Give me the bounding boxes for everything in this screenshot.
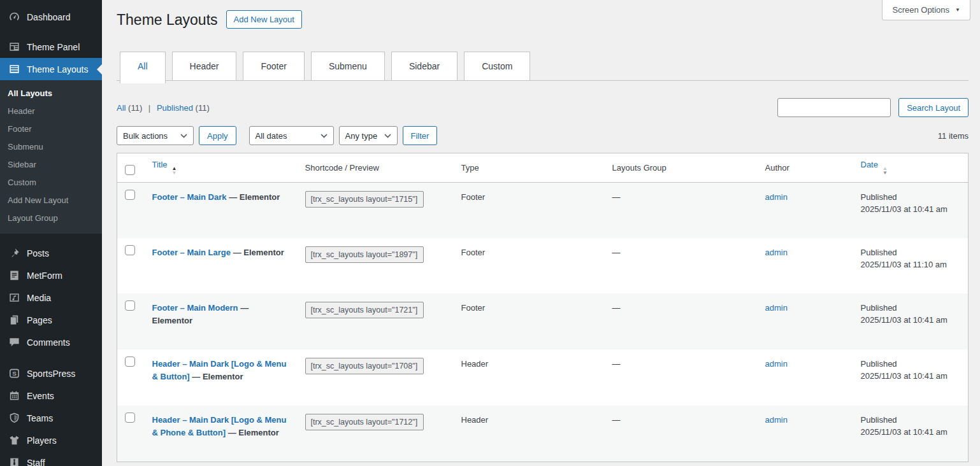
search-box: Search Layout	[777, 98, 969, 117]
sidebar-item-label: Staff	[27, 457, 45, 466]
author-link[interactable]: admin	[765, 415, 788, 425]
row-title-cell: Footer – Main Modern — Elementor	[152, 302, 289, 327]
filter-button[interactable]: Filter	[403, 126, 438, 145]
sidebar-submenu-item[interactable]: Add New Layout	[0, 192, 102, 209]
sidebar-item-label: Theme Layouts	[27, 64, 89, 75]
chevron-down-icon: ▼	[955, 8, 960, 13]
row-checkbox[interactable]	[125, 300, 135, 311]
row-layouts-group: —	[606, 406, 759, 462]
sidebar-item[interactable]: Players	[0, 429, 102, 451]
shortcode-input[interactable]	[305, 414, 424, 430]
sort-by-title-link[interactable]: Title	[152, 160, 168, 169]
row-date: 2025/11/03 at 10:41 am	[861, 203, 962, 215]
row-layouts-group: —	[606, 183, 759, 239]
sidebar-item[interactable]: Comments	[0, 331, 102, 353]
sidebar-submenu-item[interactable]: All Layouts	[0, 85, 102, 102]
row-checkbox[interactable]	[125, 245, 135, 255]
page-title: Theme Layouts	[117, 10, 218, 29]
sidebar-submenu-item[interactable]: Header	[0, 102, 102, 120]
tab[interactable]: All	[120, 52, 166, 83]
author-link[interactable]: admin	[765, 248, 788, 257]
sidebar-submenu-item[interactable]: Layout Group	[0, 209, 102, 227]
row-type: Footer	[455, 183, 606, 239]
sidebar-item-label: Posts	[27, 248, 49, 259]
row-date: 2025/11/03 at 11:10 am	[861, 258, 962, 271]
row-checkbox[interactable]	[125, 190, 135, 200]
layout-title-link[interactable]: Footer – Main Modern	[152, 303, 238, 313]
sidebar-item[interactable]: Media	[0, 286, 102, 309]
view-published-link[interactable]: Published	[157, 103, 193, 113]
sidebar-item[interactable]: Dashboard	[0, 6, 102, 28]
post-state: — Elementor	[192, 372, 243, 381]
tab[interactable]: Footer	[243, 52, 304, 80]
view-separator: |	[148, 103, 150, 113]
sort-by-date-link[interactable]: Date	[861, 160, 878, 169]
sidebar-item[interactable]: Teams	[0, 407, 102, 429]
tab-label: All	[138, 61, 148, 71]
tab[interactable]: Custom	[464, 52, 530, 80]
sidebar-item[interactable]: Events	[0, 385, 102, 407]
search-layout-button[interactable]: Search Layout	[898, 98, 969, 117]
staff-icon	[8, 456, 20, 466]
sidebar-item[interactable]: MetForm	[0, 264, 102, 286]
view-filters: All (11) | Published (11)	[117, 103, 210, 113]
row-checkbox[interactable]	[125, 357, 135, 367]
table-row: Header – Main Dark [Logo & Menu & Phone …	[117, 406, 969, 462]
sidebar-submenu-item[interactable]: Sidebar	[0, 156, 102, 174]
shortcode-input[interactable]	[305, 191, 424, 208]
view-all-link[interactable]: All	[117, 103, 126, 113]
post-state: — Elementor	[233, 248, 284, 257]
sidebar-item[interactable]: Posts	[0, 242, 102, 264]
sidebar-submenu-item[interactable]: Custom	[0, 174, 102, 192]
shortcode-input[interactable]	[305, 246, 424, 263]
sidebar-item-label: Teams	[27, 413, 53, 424]
layout-title-link[interactable]: Footer – Main Large	[152, 248, 231, 257]
tab-label: Custom	[482, 61, 512, 71]
sidebar-item-label: MetForm	[27, 270, 62, 281]
sidebar-item[interactable]: Pages	[0, 309, 102, 331]
screen-options-button[interactable]: Screen Options ▼	[882, 0, 970, 20]
theme-panel-icon	[8, 41, 20, 53]
search-input[interactable]	[777, 98, 891, 117]
sidebar-submenu-label: Layout Group	[8, 213, 58, 223]
shortcode-input[interactable]	[305, 302, 424, 318]
dates-filter-select[interactable]: All dates	[249, 126, 334, 145]
tab[interactable]: Sidebar	[391, 52, 458, 80]
column-header-author: Author	[759, 153, 854, 183]
sidebar-item[interactable]: Theme Panel	[0, 36, 102, 58]
sidebar-main-menu: Dashboard Theme Panel Theme Layouts	[0, 0, 102, 80]
layout-title-link[interactable]: Footer – Main Dark	[152, 192, 227, 202]
sidebar-submenu-label: Sidebar	[8, 160, 36, 169]
bulk-actions-select[interactable]: Bulk actions	[117, 126, 194, 145]
sidebar-item[interactable]: Staff	[0, 451, 102, 466]
toolbar-controls: Bulk actions Apply All dates Any type Fi…	[117, 126, 437, 145]
author-link[interactable]: admin	[765, 192, 788, 202]
chevron-down-icon	[384, 134, 391, 138]
posts-icon	[8, 247, 20, 259]
chevron-down-icon	[180, 134, 187, 138]
author-link[interactable]: admin	[765, 359, 788, 369]
column-header-group: Layouts Group	[606, 153, 759, 183]
add-new-layout-button[interactable]: Add New Layout	[226, 10, 302, 29]
row-checkbox[interactable]	[125, 413, 135, 423]
wordpress-admin: Dashboard Theme Panel Theme Layouts All …	[0, 0, 980, 466]
sidebar-submenu-label: Custom	[8, 178, 36, 187]
type-filter-select[interactable]: Any type	[339, 126, 398, 145]
apply-button[interactable]: Apply	[199, 126, 236, 145]
shortcode-input[interactable]	[305, 358, 424, 374]
table-row: Footer – Main Large — Elementor Footer —…	[117, 238, 969, 293]
sidebar-item[interactable]: Theme Layouts	[0, 58, 102, 80]
media-icon	[8, 292, 20, 304]
sidebar-submenu-item[interactable]: Footer	[0, 120, 102, 138]
sidebar-submenu-item[interactable]: Submenu	[0, 138, 102, 156]
tab[interactable]: Header	[172, 52, 237, 80]
row-title-cell: Footer – Main Dark — Elementor	[152, 191, 289, 204]
sort-indicator: ▲▼	[883, 167, 888, 176]
sidebar-item-label: Players	[27, 435, 57, 446]
select-all-checkbox[interactable]	[125, 165, 135, 175]
tab[interactable]: Submenu	[311, 52, 385, 80]
sidebar-item[interactable]: S SportsPress	[0, 362, 102, 385]
author-link[interactable]: admin	[765, 303, 788, 313]
row-date-cell: Published 2025/11/03 at 10:41 am	[854, 293, 969, 350]
row-date: 2025/11/03 at 10:41 am	[861, 426, 962, 438]
